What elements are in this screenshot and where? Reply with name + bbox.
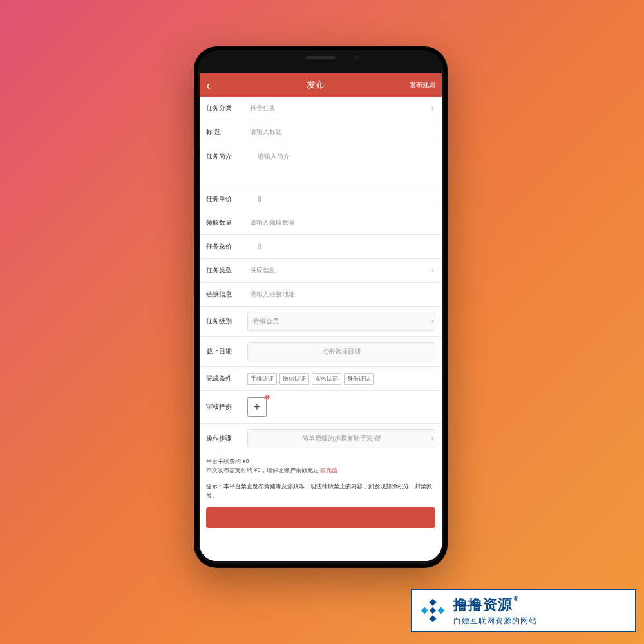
label-title: 标 题 <box>206 128 242 137</box>
row-price: 任务单价 8 <box>200 187 442 211</box>
label-level: 任务级别 <box>206 317 242 326</box>
row-title: 标 题 请输入标题 <box>200 120 442 144</box>
chevron-right-icon: › <box>431 434 434 443</box>
row-steps[interactable]: 操作步骤 简单易懂的步骤有助于完成! › <box>200 424 442 453</box>
condition-tags: 手机认证 微信认证 实名认证 身份证认 <box>247 373 374 385</box>
rules-link[interactable]: 发布规则 <box>410 80 435 90</box>
label-total: 任务总价 <box>206 242 242 251</box>
svg-rect-0 <box>430 607 436 614</box>
deadline-placeholder: 点击选择日期 <box>322 347 361 356</box>
registered-icon: ® <box>514 595 519 602</box>
fee-line1: 平台手续费约 ¥0 <box>206 457 435 466</box>
label-qty: 领取数量 <box>206 218 242 227</box>
row-deadline[interactable]: 截止日期 点击选择日期 <box>200 337 442 366</box>
navbar: ‹ 发布 发布规则 <box>200 73 442 97</box>
row-link: 链接信息 请输入链接地址 <box>200 283 442 306</box>
badge-logo-icon <box>419 596 447 625</box>
input-qty[interactable]: 请输入领取数量 <box>247 218 435 227</box>
front-camera <box>354 55 359 60</box>
row-conditions: 完成条件 手机认证 微信认证 实名认证 身份证认 <box>200 367 442 390</box>
input-link[interactable]: 请输入链接地址 <box>247 290 435 299</box>
input-price[interactable]: 8 <box>247 196 435 203</box>
select-level[interactable]: 青铜会员 <box>247 312 435 331</box>
label-sample: 审核样例 <box>206 402 242 412</box>
label-type: 任务类型 <box>206 266 242 275</box>
input-title[interactable]: 请输入标题 <box>247 128 435 137</box>
row-qty: 领取数量 请输入领取数量 <box>200 211 442 234</box>
input-intro[interactable]: 请输入简介 <box>247 152 435 161</box>
fee-info: 平台手续费约 ¥0 本次发布需支付约 ¥0，请保证账户余额充足 去充值 <box>200 453 442 478</box>
row-type[interactable]: 任务类型 供应信息 › <box>200 259 442 282</box>
label-deadline: 截止日期 <box>206 347 242 356</box>
phone-frame: ‹ 发布 发布规则 任务分类 抖音任务 › 标 题 请输入标题 任务简介 <box>194 46 448 568</box>
chevron-right-icon: › <box>431 317 434 326</box>
tag-realname-verify[interactable]: 实名认证 <box>312 373 341 385</box>
row-total: 任务总价 0 <box>200 235 442 258</box>
form-content[interactable]: 任务分类 抖音任务 › 标 题 请输入标题 任务简介 请输入简介 任务单价 <box>200 97 442 561</box>
chevron-right-icon: › <box>431 104 434 113</box>
steps-placeholder: 简单易懂的步骤有助于完成! <box>302 434 381 443</box>
row-sample: 审核样例 + ⊗ <box>200 391 442 423</box>
input-steps[interactable]: 简单易懂的步骤有助于完成! <box>247 429 435 448</box>
tag-wechat-verify[interactable]: 微信认证 <box>279 373 309 385</box>
badge-subtitle: 白嫖互联网资源的网站 <box>453 616 537 627</box>
badge-text: 撸撸资源® 白嫖互联网资源的网站 <box>453 595 537 627</box>
value-category: 抖音任务 <box>247 104 435 113</box>
watermark-badge: 撸撸资源® 白嫖互联网资源的网站 <box>411 589 636 632</box>
recharge-link[interactable]: 去充值 <box>320 467 337 473</box>
tag-phone-verify[interactable]: 手机认证 <box>247 373 277 385</box>
label-link: 链接信息 <box>206 290 242 299</box>
close-icon[interactable]: ⊗ <box>265 394 271 401</box>
fee-line2: 本次发布需支付约 ¥0，请保证账户余额充足 去充值 <box>206 466 435 475</box>
label-intro: 任务简介 <box>206 152 242 161</box>
label-price: 任务单价 <box>206 194 242 204</box>
row-intro: 任务简介 请输入简介 <box>200 144 442 187</box>
back-button[interactable]: ‹ <box>206 78 222 93</box>
warning-text: 提示：本平台禁止发布黄赌毒及涉政等一切法律所禁止的内容，如发现扣除积分，封禁账号… <box>200 478 442 504</box>
value-level: 青铜会员 <box>253 317 279 326</box>
label-conditions: 完成条件 <box>206 374 242 383</box>
date-picker[interactable]: 点击选择日期 <box>247 342 435 361</box>
tag-id-verify[interactable]: 身份证认 <box>344 373 374 385</box>
label-category: 任务分类 <box>206 104 242 113</box>
badge-title: 撸撸资源® <box>453 595 537 614</box>
screen: ‹ 发布 发布规则 任务分类 抖音任务 › 标 题 请输入标题 任务简介 <box>200 73 442 561</box>
phone-inner: ‹ 发布 发布规则 任务分类 抖音任务 › 标 题 请输入标题 任务简介 <box>198 50 444 564</box>
fee-line2a: 本次发布需支付约 ¥0，请保证账户余额充足 <box>206 467 320 473</box>
value-total: 0 <box>247 243 435 251</box>
row-category[interactable]: 任务分类 抖音任务 › <box>200 97 442 120</box>
row-level[interactable]: 任务级别 青铜会员 › <box>200 307 442 336</box>
upload-sample-button[interactable]: + ⊗ <box>247 397 267 417</box>
chevron-right-icon: › <box>431 266 434 275</box>
value-type: 供应信息 <box>247 266 435 275</box>
earpiece <box>306 56 336 59</box>
submit-button[interactable] <box>206 507 435 528</box>
label-steps: 操作步骤 <box>206 434 242 443</box>
page-title: 发布 <box>307 79 325 91</box>
